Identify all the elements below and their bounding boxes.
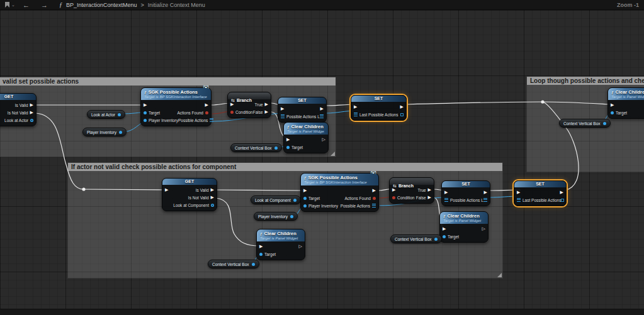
object-out-pin[interactable] (252, 263, 255, 266)
node-sgk-possible-actions[interactable]: ✉ ƒSGK Possible Actions Target is BP SGK… (300, 173, 379, 212)
object-out-pin[interactable] (211, 204, 214, 207)
exec-out-pin[interactable] (211, 195, 214, 200)
exec-in-pin[interactable] (286, 137, 290, 142)
node-header[interactable]: GET (162, 179, 217, 185)
exec-in-pin[interactable] (392, 187, 395, 192)
node-clear-children[interactable]: ƒClear Children Target is Panel Widget T… (607, 87, 644, 119)
back-button[interactable]: ← (19, 1, 33, 9)
array-out-pin[interactable] (400, 113, 404, 116)
node-header[interactable]: GET (0, 94, 36, 100)
object-in-pin[interactable] (259, 253, 263, 256)
bool-out-pin[interactable] (205, 111, 208, 114)
node-set-last-possible-actions[interactable]: SET Last Possible Actions (514, 180, 567, 206)
exec-out-pin[interactable] (560, 190, 563, 195)
bool-in-pin[interactable] (230, 111, 234, 114)
object-out-pin[interactable] (274, 146, 278, 150)
node-header[interactable]: ƒSGK Possible Actions Target is BP SGKIn… (301, 174, 378, 185)
exec-out-pin[interactable] (205, 102, 208, 108)
var-look-at-component[interactable]: Look at Component (251, 196, 301, 204)
resize-handle[interactable] (330, 152, 335, 156)
node-header[interactable]: ƒClear Children Target is Panel Widget (608, 88, 644, 100)
bookmark-icon[interactable] (5, 2, 9, 8)
exec-out-pin[interactable] (211, 187, 214, 192)
object-out-pin[interactable] (434, 238, 438, 241)
var-context-vertical-box[interactable]: Context Vertical Box (390, 235, 442, 243)
exec-in-pin[interactable] (303, 188, 307, 193)
object-in-pin[interactable] (144, 111, 147, 114)
exec-out-pin[interactable] (320, 106, 324, 111)
node-header[interactable]: ƒClear Children Target is Panel Widget (284, 123, 328, 135)
node-header[interactable]: ⇆Branch (390, 178, 434, 185)
node-clear-children[interactable]: ƒClear Children Target is Panel Widget T… (439, 211, 489, 243)
chevron-down-icon[interactable]: ⌄ (11, 3, 15, 8)
node-branch[interactable]: ⇆Branch True Condition False (227, 92, 271, 118)
object-out-pin[interactable] (290, 215, 293, 218)
node-header[interactable]: SET (278, 97, 326, 104)
comment-header[interactable]: Loop though possible actions and chec (527, 77, 644, 85)
exec-out-pin[interactable] (265, 102, 268, 107)
exec-in-pin[interactable] (281, 106, 284, 111)
node-header[interactable]: ƒClear Children Target is Panel Widget (440, 212, 488, 224)
object-in-pin[interactable] (443, 235, 446, 238)
node-get-isvalid-actor[interactable]: GET Is Valid Is Not Valid Look at Actor (0, 93, 37, 126)
object-out-pin[interactable] (119, 131, 122, 134)
var-context-vertical-box[interactable]: Context Vertical Box (230, 143, 282, 152)
object-out-pin[interactable] (118, 113, 121, 116)
exec-out-pin[interactable] (265, 109, 268, 114)
node-set-possible-actions-l[interactable]: SET Possible Actions L (441, 180, 490, 206)
var-context-vertical-box[interactable]: Context Vertical Box (208, 260, 259, 268)
array-in-pin[interactable] (281, 114, 285, 118)
array-in-pin[interactable] (444, 198, 448, 202)
var-player-inventory[interactable]: Player Inventory (82, 128, 127, 136)
bool-out-pin[interactable] (373, 197, 376, 200)
exec-out-pin[interactable] (482, 226, 485, 231)
object-in-pin[interactable] (286, 146, 290, 149)
exec-out-pin[interactable] (30, 110, 33, 115)
exec-out-pin[interactable] (373, 188, 376, 193)
node-sgk-possible-actions[interactable]: ✉ ƒSGK Possible Actions Target is BP SGK… (140, 87, 212, 126)
exec-in-pin[interactable] (354, 104, 357, 109)
forward-button[interactable]: → (37, 1, 52, 9)
object-in-pin[interactable] (611, 111, 614, 114)
node-set-last-possible-actions[interactable]: SET Last Possible Actions (351, 95, 407, 121)
exec-in-pin[interactable] (144, 102, 147, 108)
var-player-inventory[interactable]: Player Inventory (254, 212, 298, 221)
node-clear-children[interactable]: ƒClear Children Target is Panel Widget T… (256, 229, 305, 260)
exec-out-pin[interactable] (322, 137, 325, 142)
node-header[interactable]: SET (514, 181, 566, 187)
comment-header[interactable]: If actor not valid check possible action… (68, 163, 502, 171)
object-out-pin[interactable] (293, 199, 297, 202)
exec-in-pin[interactable] (165, 187, 168, 192)
exec-in-pin[interactable] (611, 102, 614, 108)
node-branch[interactable]: ⇆Branch True Condition False (389, 177, 434, 204)
node-get-isvalid-component[interactable]: GET Is Valid Is Not Valid Look at Compon… (162, 178, 217, 211)
array-out-pin[interactable] (483, 198, 487, 202)
var-look-at-actor[interactable]: Look at Actor (87, 110, 125, 119)
node-header[interactable]: SET (442, 181, 490, 187)
object-in-pin[interactable] (144, 119, 147, 122)
array-out-pin[interactable] (561, 199, 564, 202)
resize-handle[interactable] (497, 273, 502, 277)
exec-in-pin[interactable] (517, 190, 520, 195)
exec-out-pin[interactable] (400, 104, 404, 109)
exec-out-pin[interactable] (428, 195, 431, 200)
bool-in-pin[interactable] (392, 196, 395, 199)
array-out-pin[interactable] (372, 204, 376, 207)
exec-out-pin[interactable] (484, 190, 487, 195)
exec-out-pin[interactable] (428, 187, 431, 192)
node-set-possible-actions-l[interactable]: SET Possible Actions L (278, 97, 327, 123)
node-header[interactable]: ƒClear Children Target is Panel Widget (257, 229, 305, 241)
breadcrumb-current[interactable]: Initialize Context Menu (148, 2, 205, 8)
node-header[interactable]: SET (351, 96, 406, 102)
object-in-pin[interactable] (303, 197, 307, 200)
graph-canvas[interactable]: valid set possible actions Loop though p… (0, 10, 644, 309)
exec-in-pin[interactable] (259, 244, 263, 249)
array-out-pin[interactable] (210, 118, 213, 122)
exec-out-pin[interactable] (299, 244, 302, 249)
exec-in-pin[interactable] (444, 190, 448, 195)
node-header[interactable]: ƒSGK Possible Actions Target is BP SGKIn… (141, 88, 211, 100)
object-in-pin[interactable] (303, 204, 307, 207)
var-context-vertical-box[interactable]: Context Vertical Box (559, 119, 611, 128)
object-out-pin[interactable] (30, 119, 33, 122)
array-in-pin[interactable] (354, 113, 358, 116)
